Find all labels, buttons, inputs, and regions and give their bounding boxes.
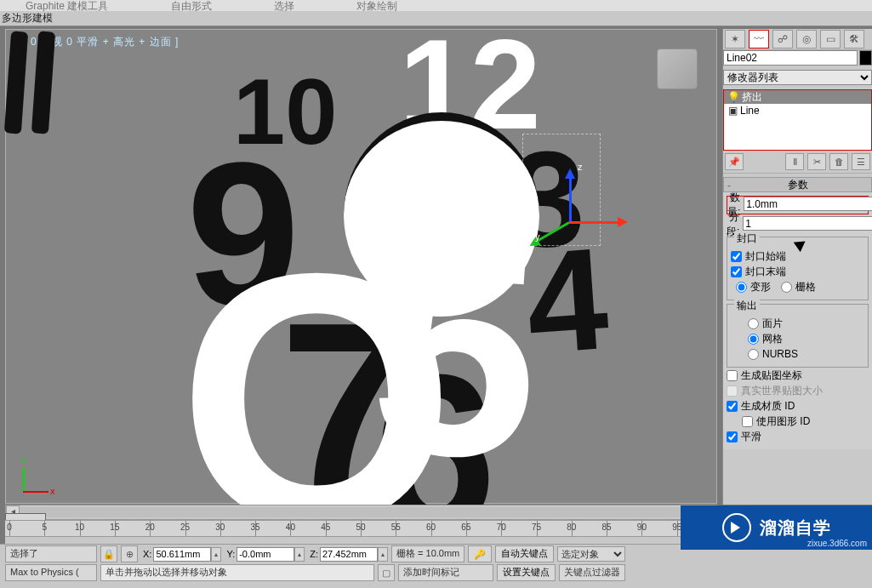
- auto-key-button[interactable]: 自动关键点: [495, 545, 554, 562]
- viewport-perspective[interactable]: [ + 0 透视 0 平滑 + 高光 + 边面 ] 12 10 9 3 4 7 …: [5, 29, 717, 504]
- play-icon: [722, 513, 751, 542]
- modify-tab-icon[interactable]: 〰: [749, 30, 769, 49]
- amount-spinner[interactable]: ▴▾: [744, 197, 872, 214]
- time-tick-label: 10: [75, 522, 84, 532]
- time-tick-label: 65: [461, 522, 470, 532]
- cap-start-checkbox[interactable]: 封口始端: [731, 248, 864, 264]
- y-label: Y:: [226, 549, 235, 559]
- prompt-line: 单击并拖动以选择并移动对象: [100, 564, 374, 581]
- gen-matid-checkbox[interactable]: 生成材质 ID: [727, 398, 869, 414]
- menu-item[interactable]: 选择: [274, 0, 294, 12]
- x-input[interactable]: [153, 547, 211, 562]
- output-mesh-radio[interactable]: 网格: [748, 331, 864, 346]
- stack-item-extrude[interactable]: 💡 挤出: [724, 90, 871, 104]
- gen-uv-checkbox[interactable]: 生成贴图坐标: [727, 368, 869, 383]
- absolute-transform-button[interactable]: ⊕: [121, 545, 138, 562]
- stack-item-line[interactable]: ▣ Line: [724, 104, 871, 117]
- pin-stack-button[interactable]: 📌: [725, 153, 744, 170]
- set-key-button[interactable]: 设置关键点: [497, 564, 556, 581]
- output-nurbs-radio[interactable]: NURBS: [748, 346, 864, 362]
- key-filters-button[interactable]: 关键点过滤器: [559, 564, 625, 581]
- viewport-scrollbar[interactable]: ◂ 0 / 100 ▸: [5, 505, 717, 520]
- rollout-parameters: -参数 数量: ▴▾ 分段: ▴▾ 封口 封口始端 封口: [723, 177, 872, 449]
- status-bar: 选择了 🔒 ⊕ X: ▴ Y: ▴ Z: ▴ 栅格 = 10.0mm 🔑 自动关…: [0, 544, 872, 588]
- group-capping-title: 封口: [734, 231, 760, 246]
- selection-bracket: [522, 134, 601, 246]
- stack-visibility-icon[interactable]: 💡: [727, 91, 739, 103]
- object-name-input[interactable]: [723, 50, 858, 66]
- motion-tab-icon[interactable]: ◎: [796, 30, 817, 49]
- scene-number-11: [8, 31, 59, 134]
- stack-toolbar: 📌 Ⅱ ✂ 🗑 ☰: [723, 151, 872, 174]
- configure-sets-button[interactable]: ☰: [852, 153, 870, 170]
- smooth-checkbox[interactable]: 平滑: [727, 429, 869, 444]
- time-tick-label: 20: [145, 522, 155, 532]
- stack-expand-icon[interactable]: ▣: [727, 105, 738, 117]
- y-spinner[interactable]: ▴: [294, 547, 305, 562]
- menu-item[interactable]: 自由形式: [171, 0, 212, 12]
- time-slider[interactable]: 0510152025303540455055606570758085909510…: [5, 520, 716, 544]
- cap-grid-radio[interactable]: 栅格: [781, 279, 816, 294]
- key-target-dropdown[interactable]: 选定对象: [557, 546, 625, 562]
- menu-item[interactable]: Graphite 建模工具: [26, 0, 108, 12]
- z-label: Z:: [310, 549, 318, 559]
- create-tab-icon[interactable]: ✶: [725, 30, 745, 49]
- time-tick-label: 70: [497, 522, 506, 532]
- transform-x: X: ▴: [141, 547, 221, 562]
- utilities-tab-icon[interactable]: 🛠: [844, 30, 864, 49]
- output-patch-radio[interactable]: 面片: [748, 316, 864, 331]
- selection-status: 选择了: [5, 545, 97, 562]
- time-tick-label: 40: [286, 522, 295, 532]
- top-menu-bar: Graphite 建模工具 自由形式 选择 对象绘制: [0, 0, 872, 12]
- rollout-header[interactable]: -参数: [723, 177, 872, 192]
- hierarchy-tab-icon[interactable]: ☍: [772, 30, 793, 49]
- time-tick-label: 55: [391, 522, 401, 532]
- object-color-swatch[interactable]: [859, 50, 872, 66]
- maxscript-mini[interactable]: Max to Physics (: [5, 564, 97, 581]
- display-tab-icon[interactable]: ▭: [820, 30, 841, 49]
- make-unique-button[interactable]: ✂: [807, 153, 826, 170]
- modifier-stack[interactable]: 💡 挤出 ▣ Line: [723, 89, 872, 151]
- real-uv-checkbox: 真实世界贴图大小: [727, 383, 869, 398]
- segments-row: 分段: ▴▾: [727, 216, 869, 233]
- add-time-tag[interactable]: 添加时间标记: [398, 564, 493, 581]
- amount-input[interactable]: [744, 197, 872, 211]
- group-capping: 封口 封口始端 封口末端 变形 栅格: [727, 237, 869, 300]
- time-tick-label: 90: [637, 522, 647, 532]
- time-tag-button[interactable]: ▢: [378, 564, 395, 581]
- segments-spinner[interactable]: ▴▾: [743, 216, 872, 233]
- command-panel: ✶ 〰 ☍ ◎ ▭ 🛠 修改器列表 💡 挤出 ▣ Line 📌 Ⅱ ✂ 🗑 ☰ …: [722, 29, 872, 505]
- time-tick-label: 85: [602, 522, 612, 532]
- y-input[interactable]: [237, 547, 294, 562]
- time-tick-label: 30: [215, 522, 225, 532]
- time-tick-label: 50: [356, 522, 365, 532]
- modifier-list-dropdown[interactable]: 修改器列表: [723, 70, 872, 85]
- key-icon[interactable]: 🔑: [468, 545, 492, 562]
- transform-z: Z: ▴: [308, 547, 388, 562]
- cap-morph-radio[interactable]: 变形: [736, 279, 771, 294]
- segments-input[interactable]: [743, 216, 872, 231]
- x-label: X:: [143, 549, 151, 559]
- z-input[interactable]: [320, 547, 378, 562]
- lock-selection-button[interactable]: 🔒: [100, 545, 117, 562]
- time-tick-label: 35: [251, 522, 260, 532]
- time-ruler[interactable]: 0510152025303540455055606570758085909510…: [5, 520, 716, 537]
- menu-item[interactable]: 对象绘制: [356, 0, 397, 12]
- ribbon-tab-polymodel[interactable]: 多边形建模: [2, 11, 53, 26]
- time-tick-label: 75: [532, 522, 541, 532]
- amount-row: 数量: ▴▾: [727, 196, 869, 214]
- scroll-track[interactable]: [20, 507, 703, 517]
- show-end-result-button[interactable]: Ⅱ: [785, 153, 804, 170]
- use-shape-id-checkbox[interactable]: 使用图形 ID: [727, 414, 869, 429]
- time-tick-label: 5: [43, 522, 48, 532]
- cap-end-checkbox[interactable]: 封口末端: [731, 264, 864, 279]
- time-tick-label: 0: [7, 522, 12, 532]
- x-spinner[interactable]: ▴: [211, 547, 221, 562]
- time-tick-label: 15: [110, 522, 119, 532]
- time-tick-label: 25: [180, 522, 190, 532]
- remove-modifier-button[interactable]: 🗑: [829, 153, 848, 170]
- z-spinner[interactable]: ▴: [378, 547, 388, 562]
- time-tick-label: 60: [426, 522, 436, 532]
- transform-y: Y: ▴: [225, 547, 305, 562]
- scene-objects: 12 10 9 3 4 7 6 O 5: [8, 31, 715, 501]
